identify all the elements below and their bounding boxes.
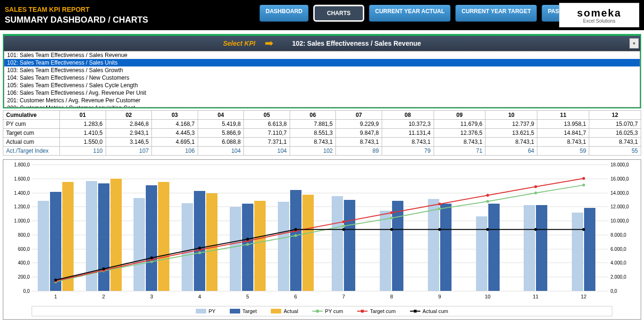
kpi-option[interactable]: 104: Sales Team Effectiveness / New Cust… [4, 74, 640, 82]
dropdown-toggle-button[interactable]: ▼ [629, 38, 639, 49]
svg-point-24 [54, 279, 57, 281]
svg-point-30 [342, 228, 345, 231]
nav-cy-target[interactable]: CURRENT YEAR TARGET [455, 5, 537, 22]
svg-point-5 [294, 234, 297, 237]
svg-point-4 [246, 243, 249, 246]
svg-point-11 [582, 184, 585, 187]
x-axis-labels: 123456789101112 [32, 294, 608, 299]
y-axis-left: 0,0200,0400,0600,0800,01.000,01.200,01.4… [3, 165, 31, 291]
chart-container: 0,0200,0400,0600,0800,01.000,01.200,01.4… [3, 159, 641, 320]
table-row: PY cum1.283,62.846,84.168,75.419,86.613,… [3, 120, 641, 129]
svg-point-21 [486, 194, 489, 197]
legend-actualcum: Actual cum [410, 308, 448, 314]
report-title: SALES TEAM KPI REPORT [5, 6, 148, 13]
legend-target: Target [230, 308, 257, 314]
plot-area [32, 165, 608, 291]
kpi-option[interactable]: 106: Sales Team Effectiveness / Avg. Rev… [4, 89, 640, 97]
title-block: SALES TEAM KPI REPORT SUMMARY DASHBOARD … [5, 6, 148, 25]
kpi-option[interactable]: 103: Sales Team Effectiveness / Sales Gr… [4, 66, 640, 74]
svg-point-28 [246, 238, 249, 240]
select-kpi-label: Select KPI [223, 40, 255, 47]
arrow-right-icon: ➡ [265, 37, 273, 50]
svg-point-6 [342, 225, 345, 228]
legend-actual: Actual [271, 308, 298, 314]
svg-point-32 [438, 228, 441, 231]
logo-subtext: Excel Solutions [583, 18, 615, 24]
logo-text: someka [577, 7, 621, 19]
kpi-option[interactable]: 101: Sales Team Effectiveness / Sales Re… [4, 51, 640, 59]
selected-kpi-text: 102: Sales Effectiveness / Sales Revenue [292, 40, 421, 47]
svg-point-8 [438, 207, 441, 210]
logo: someka Excel Solutions [559, 3, 639, 27]
legend-targetcum: Target cum [357, 308, 395, 314]
legend-pycum: PY cum [312, 308, 343, 314]
table-row: Act./Target Index11010710610410410289797… [3, 147, 641, 156]
kpi-dropdown-list[interactable]: 101: Sales Team Effectiveness / Sales Re… [4, 51, 640, 107]
svg-point-3 [198, 251, 201, 254]
svg-point-22 [534, 185, 537, 188]
nav-charts[interactable]: CHARTS [313, 5, 364, 22]
svg-point-18 [342, 220, 345, 223]
kpi-option[interactable]: 202: Customer Metrics / Customer Acquisi… [4, 104, 640, 107]
svg-point-7 [390, 217, 393, 220]
nav-buttons: DASHBOARD CHARTS CURRENT YEAR ACTUAL CUR… [259, 5, 611, 22]
svg-point-31 [390, 228, 393, 231]
svg-point-10 [534, 191, 537, 194]
table-header-row: Cumulative010203040506070809101112 [3, 111, 641, 120]
data-table-area: Cumulative010203040506070809101112 PY cu… [3, 110, 641, 156]
table-row: Target cum1.410,52.943,14.445,35.866,97.… [3, 129, 641, 138]
kpi-selector-bar[interactable]: Select KPI ➡ 102: Sales Effectiveness / … [4, 36, 640, 51]
y-axis-right: 0,02.000,04.000,06.000,08.000,010.000,01… [609, 165, 641, 291]
svg-point-25 [102, 267, 105, 270]
svg-point-27 [198, 247, 201, 249]
nav-cy-actual[interactable]: CURRENT YEAR ACTUAL [369, 5, 451, 22]
line-overlay [32, 165, 608, 291]
chart-legend: PY Target Actual PY cum Target cum Actua… [32, 306, 612, 316]
nav-dashboard[interactable]: DASHBOARD [259, 5, 309, 22]
svg-point-23 [582, 177, 585, 180]
svg-point-19 [390, 211, 393, 214]
kpi-option[interactable]: 201: Customer Metrics / Avg. Revenue Per… [4, 97, 640, 104]
svg-point-33 [486, 228, 489, 231]
cumulative-table: Cumulative010203040506070809101112 PY cu… [3, 110, 641, 156]
kpi-option[interactable]: 102: Sales Team Effectiveness / Sales Un… [4, 59, 640, 66]
kpi-selector-wrap: Select KPI ➡ 102: Sales Effectiveness / … [3, 34, 641, 108]
kpi-option[interactable]: 105: Sales Team Effectiveness / Sales Cy… [4, 82, 640, 89]
legend-py: PY [196, 308, 216, 314]
svg-point-35 [582, 228, 585, 231]
svg-point-29 [294, 228, 297, 231]
table-row: Actual cum1.550,03.146,54.695,16.088,87.… [3, 138, 641, 147]
svg-point-20 [438, 203, 441, 206]
svg-point-26 [150, 256, 153, 259]
svg-point-34 [534, 228, 537, 231]
header-bar: SALES TEAM KPI REPORT SUMMARY DASHBOARD … [0, 0, 644, 30]
page-subtitle: SUMMARY DASHBOARD / CHARTS [5, 15, 148, 25]
svg-point-9 [486, 200, 489, 203]
